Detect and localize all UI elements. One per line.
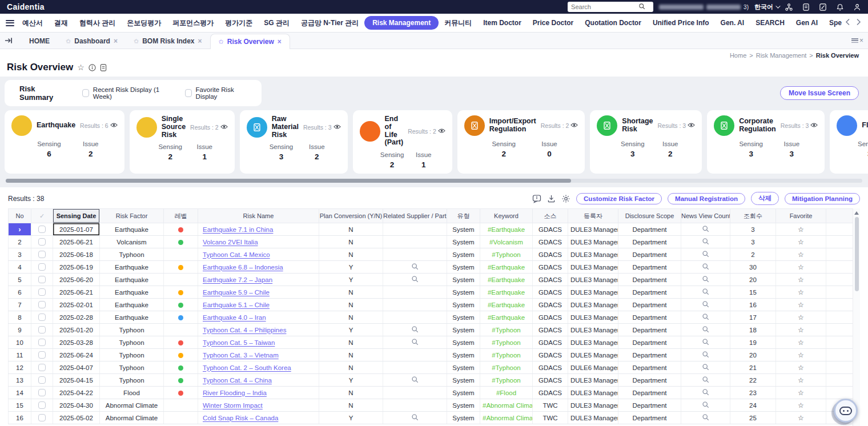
risk-name-link[interactable]: Earthquake 5.9 – Chile	[203, 289, 270, 296]
breadcrumb-item-risk-management[interactable]: Risk Management	[756, 52, 807, 59]
row-checkbox[interactable]	[38, 414, 46, 421]
news-view-cell[interactable]	[681, 274, 730, 286]
related-supplier-cell[interactable]	[383, 274, 447, 286]
checkbox-icon[interactable]	[82, 89, 89, 97]
row-checkbox[interactable]	[38, 364, 46, 371]
eye-icon[interactable]	[220, 124, 228, 131]
news-view-cell[interactable]	[681, 299, 730, 311]
related-supplier-cell[interactable]	[383, 374, 447, 387]
nav-item-gen-ai[interactable]: Gen AI	[790, 16, 823, 30]
news-search-icon[interactable]	[702, 238, 709, 245]
sensing-date-cell[interactable]: 2025-06-18	[53, 248, 100, 261]
favorite-star-icon[interactable]: ☆	[798, 288, 804, 296]
sensing-date-cell[interactable]: 2025-04-07	[53, 361, 100, 374]
news-search-icon[interactable]	[702, 325, 709, 333]
favorite-star-icon[interactable]: ☆	[798, 364, 804, 372]
favorite-star-icon[interactable]: ☆	[798, 263, 804, 271]
nav-item-퍼포먼스평가[interactable]: 퍼포먼스평가	[167, 15, 219, 31]
pin-tab-icon[interactable]	[5, 37, 13, 44]
keyword-tag[interactable]: #Earthquake	[488, 302, 525, 308]
search-icon[interactable]	[411, 325, 419, 333]
keyword-tag[interactable]: #Typhoon	[492, 339, 521, 346]
sensing-date-cell[interactable]: 2025-06-19	[53, 261, 100, 274]
tab-close-icon[interactable]: ×	[114, 37, 118, 45]
eye-icon[interactable]	[438, 128, 445, 135]
related-supplier-cell[interactable]	[383, 412, 447, 424]
sensing-date-cell[interactable]: 2025-06-21	[53, 236, 100, 248]
risk-card-import-export-regulation[interactable]: Import/Export RegulationResults : 2Sensi…	[457, 110, 585, 174]
horizontal-scrollbar[interactable]	[6, 179, 862, 183]
delete-button[interactable]: 삭제	[751, 192, 779, 205]
row-checkbox[interactable]	[38, 263, 46, 271]
keyword-tag[interactable]: #Abnormal Climate	[483, 402, 533, 409]
nav-next-icon[interactable]	[856, 18, 861, 28]
col-select-all[interactable]: ✓	[31, 209, 53, 223]
news-view-cell[interactable]	[681, 399, 730, 412]
tab-risk-overview[interactable]: ✩Risk Overview×	[210, 34, 290, 49]
sensing-date-cell[interactable]: 2025-04-22	[53, 387, 100, 399]
sensing-date-cell[interactable]: 2025-01-20	[53, 324, 100, 336]
tab-close-icon[interactable]: ×	[198, 37, 202, 45]
nav-item-예산서[interactable]: 예산서	[17, 15, 49, 31]
chatbot-button[interactable]	[834, 399, 858, 423]
risk-name-link[interactable]: Earthquake 5.1 – Chile	[203, 302, 270, 308]
keyword-tag[interactable]: #Abnormal Climate	[483, 415, 533, 421]
tab-home[interactable]: HOME	[21, 34, 58, 49]
risk-card-earthquake[interactable]: EarthquakeResults : 6Sensing6Issue2	[5, 110, 124, 174]
keyword-tag[interactable]: #Typhoon	[492, 364, 521, 371]
row-checkbox[interactable]	[38, 301, 46, 308]
news-search-icon[interactable]	[702, 363, 709, 371]
row-checkbox[interactable]	[38, 351, 46, 359]
nav-item-평가기준[interactable]: 평가기준	[219, 15, 258, 31]
favorite-star-icon[interactable]: ☆	[798, 226, 804, 234]
news-view-cell[interactable]	[681, 261, 730, 274]
news-view-cell[interactable]	[681, 248, 730, 261]
news-search-icon[interactable]	[702, 351, 709, 358]
related-supplier-cell[interactable]	[383, 261, 447, 274]
row-checkbox[interactable]	[38, 251, 46, 258]
favorite-star-icon[interactable]: ☆	[798, 301, 804, 309]
search-icon[interactable]	[411, 376, 419, 383]
download-icon[interactable]	[547, 194, 556, 203]
risk-name-link[interactable]: Cold Snap Risk – Canada	[203, 415, 278, 421]
risk-card-end-of-life-part[interactable]: End of Life (Part)Results : 2Sensing2Iss…	[353, 110, 452, 174]
news-view-cell[interactable]	[681, 324, 730, 336]
nav-item-risk-management[interactable]: Risk Management	[364, 16, 439, 30]
bell-icon[interactable]	[836, 3, 844, 11]
favorite-star-icon[interactable]: ☆	[798, 351, 804, 359]
scroll-up-icon[interactable]	[854, 211, 859, 215]
risk-name-link[interactable]: River Flooding – India	[203, 389, 267, 396]
sensing-date-cell[interactable]: 2025-05-02	[53, 412, 100, 424]
news-search-icon[interactable]	[702, 275, 709, 283]
keyword-tag[interactable]: #Earthquake	[488, 264, 525, 271]
keyword-tag[interactable]: #Typhoon	[492, 377, 521, 384]
row-checkbox[interactable]	[38, 389, 46, 396]
favorite-star-icon[interactable]: ☆	[798, 414, 804, 422]
sensing-date-cell[interactable]: 2025-06-24	[53, 349, 100, 361]
favorite-risk-checkbox[interactable]: Favorite Risk Display	[185, 86, 247, 100]
keyword-tag[interactable]: #Typhoon	[492, 352, 521, 359]
news-view-cell[interactable]	[681, 361, 730, 374]
news-search-icon[interactable]	[702, 413, 709, 421]
search-input[interactable]	[571, 3, 638, 10]
news-search-icon[interactable]	[702, 388, 709, 396]
row-checkbox[interactable]	[38, 276, 46, 283]
nav-item-gen-ai[interactable]: Gen. AI	[715, 16, 750, 30]
keyword-tag[interactable]: #Typhoon	[492, 251, 521, 258]
news-search-icon[interactable]	[702, 376, 709, 383]
row-checkbox[interactable]	[38, 226, 46, 233]
favorite-star-icon[interactable]: ☆	[798, 389, 804, 397]
row-checkbox[interactable]	[38, 314, 46, 321]
search-icon[interactable]	[638, 2, 645, 12]
favorite-star-icon[interactable]: ☆	[798, 401, 804, 409]
nav-item-결재[interactable]: 결재	[49, 15, 74, 31]
favorite-star-icon[interactable]: ☆	[798, 339, 804, 347]
breadcrumb-item-home[interactable]: Home	[730, 52, 746, 59]
news-search-icon[interactable]	[702, 313, 709, 320]
favorite-star-icon[interactable]: ☆	[798, 276, 804, 284]
sensing-date-cell[interactable]: 2025-02-01	[53, 299, 100, 311]
search-icon[interactable]	[411, 338, 419, 345]
nav-item-search[interactable]: SEARCH	[750, 16, 790, 30]
menu-icon[interactable]	[6, 20, 14, 26]
scrollbar-thumb[interactable]	[6, 179, 571, 183]
